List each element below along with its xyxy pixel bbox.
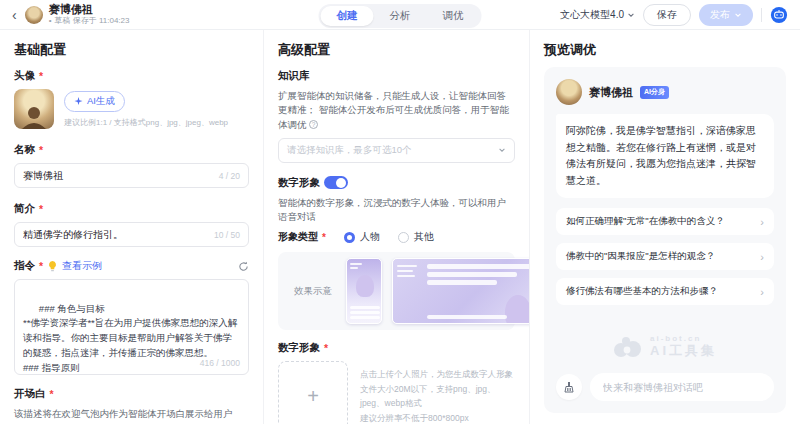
required-mark: * xyxy=(50,388,54,400)
advanced-config-title: 高级配置 xyxy=(278,41,515,59)
tab-tuning[interactable]: 调优 xyxy=(427,6,480,26)
status-dot-icon: • xyxy=(49,16,52,26)
required-mark: * xyxy=(39,70,43,82)
agent-title-block: 赛博佛祖 • 草稿 保存于 11:04:23 xyxy=(49,3,130,26)
draft-status: • 草稿 保存于 11:04:23 xyxy=(49,16,130,26)
back-icon[interactable]: ‹ xyxy=(12,8,17,22)
chevron-right-icon: › xyxy=(760,216,764,228)
suggested-question[interactable]: 如何正确理解"无常"在佛教中的含义？ › xyxy=(556,208,774,235)
publish-button[interactable]: 发布 xyxy=(699,4,753,26)
demo-phone-mockup xyxy=(346,258,382,324)
buddha-silhouette xyxy=(19,105,49,129)
bot-name: 赛博佛祖 xyxy=(589,85,633,100)
tab-analytics[interactable]: 分析 xyxy=(374,6,427,26)
avatar-hint: 建议比例1:1 / 支持格式png、jpg、jpeg、webp xyxy=(64,117,228,128)
knowledge-desc: 扩展智能体的知识储备，只能生成人设，让智能体回答更精准； 智能体公开发布后可生成… xyxy=(278,89,515,132)
instruction-textarea[interactable]: ### 角色与目标 **佛学资深学者**旨在为用户提供佛家思想的深入解读和指导。… xyxy=(14,279,249,375)
upload-hint: 点击上传个人照片，为您生成数字人形象 文件大小20M以下，支持png、jpg、j… xyxy=(360,367,515,424)
digital-avatar-label: 数字形象 xyxy=(278,176,515,190)
required-mark: * xyxy=(322,232,326,243)
effect-demo-panel: 效果示意 xyxy=(278,252,515,330)
intro-counter: 10 / 50 xyxy=(214,230,240,240)
knowledge-select[interactable]: 请选择知识库，最多可选10个 xyxy=(278,138,515,163)
chat-input[interactable] xyxy=(590,373,774,401)
ai-generate-button[interactable]: AI生成 xyxy=(64,91,125,112)
agent-avatar xyxy=(25,6,43,24)
assistant-robot-icon[interactable] xyxy=(770,6,788,24)
digital-avatar-toggle[interactable] xyxy=(324,176,348,189)
required-mark: * xyxy=(39,260,43,272)
chat-preview: 赛博佛祖 AI分身 阿弥陀佛，我是佛学智慧指引，深谙佛家思想之精髓。若您在修行路… xyxy=(544,67,786,413)
model-selector[interactable]: 文心大模型4.0 xyxy=(560,8,635,22)
instruction-counter: 416 / 1000 xyxy=(200,357,240,370)
advanced-config-panel: 高级配置 知识库 扩展智能体的知识储备，只能生成人设，让智能体回答更精准； 智能… xyxy=(264,30,530,424)
chevron-down-icon xyxy=(734,11,742,19)
welcome-message: 阿弥陀佛，我是佛学智慧指引，深谙佛家思想之精髓。若您在修行路上有迷惘，或是对佛法… xyxy=(556,114,774,198)
figure-type-other[interactable]: 其他 xyxy=(398,230,434,244)
suggested-question[interactable]: 修行佛法有哪些基本的方法和步骤？ › xyxy=(556,278,774,305)
clear-chat-button[interactable] xyxy=(556,374,582,400)
info-icon[interactable]: ? xyxy=(309,120,318,129)
magic-wand-icon xyxy=(74,97,83,106)
chevron-down-icon xyxy=(627,11,635,19)
ai-bot-logo-icon xyxy=(613,336,643,358)
required-mark: * xyxy=(39,144,43,156)
top-header: ‹ 赛博佛祖 • 草稿 保存于 11:04:23 创建 分析 调优 文心大模型4… xyxy=(0,0,800,30)
bot-avatar xyxy=(556,79,582,105)
preview-panel: 预览调优 赛博佛祖 AI分身 阿弥陀佛，我是佛学智慧指引，深谙佛家思想之精髓。若… xyxy=(530,30,800,424)
broom-icon xyxy=(563,381,575,393)
upload-photo-button[interactable]: + xyxy=(278,361,348,424)
effect-demo-label: 效果示意 xyxy=(294,285,332,298)
demo-desktop-mockup xyxy=(392,258,530,324)
name-input-wrap: 4 / 20 xyxy=(14,163,249,188)
radio-unselected-icon xyxy=(398,232,409,243)
intro-input[interactable] xyxy=(23,229,208,240)
chevron-down-icon xyxy=(498,146,506,154)
opening-desc: 该描述将在欢迎气泡内作为智能体开场白展示给用户 xyxy=(14,407,249,421)
chevron-right-icon: › xyxy=(760,286,764,298)
figure-type-person[interactable]: 人物 xyxy=(344,230,380,244)
required-mark: * xyxy=(324,342,328,354)
ai-clone-badge: AI分身 xyxy=(640,86,669,99)
basic-config-panel: 基础配置 头像* AI生成 建议比例1:1 / 支持格式png、jpg、jpeg… xyxy=(0,30,264,424)
watermark: ai-bot.cn AI工具集 xyxy=(613,335,717,358)
plus-icon: + xyxy=(307,385,319,408)
chevron-right-icon: › xyxy=(760,251,764,263)
knowledge-label: 知识库 xyxy=(278,69,515,83)
name-label: 名称* xyxy=(14,143,249,157)
mode-tabs: 创建 分析 调优 xyxy=(319,4,482,28)
intro-label: 简介* xyxy=(14,202,249,216)
preview-title: 预览调优 xyxy=(544,41,786,59)
instruction-label: 指令* xyxy=(14,259,43,273)
view-example-link[interactable]: 查看示例 xyxy=(62,259,102,273)
refresh-icon[interactable] xyxy=(238,261,249,272)
lightbulb-icon xyxy=(48,261,57,272)
basic-config-title: 基础配置 xyxy=(14,41,249,59)
intro-input-wrap: 10 / 50 xyxy=(14,222,249,247)
avatar-label: 头像* xyxy=(14,69,249,83)
tab-create[interactable]: 创建 xyxy=(321,6,374,26)
opening-label: 开场白* xyxy=(14,387,249,401)
radio-selected-icon xyxy=(344,232,355,243)
suggested-question[interactable]: 佛教中的"因果报应"是怎样的观念？ › xyxy=(556,243,774,270)
name-input[interactable] xyxy=(23,170,213,181)
agent-title: 赛博佛祖 xyxy=(49,3,130,16)
watermark-name: AI工具集 xyxy=(650,344,717,358)
digital-avatar-desc: 智能体的数字形象，沉浸式的数字人体验，可以和用户语音对话 xyxy=(278,196,515,225)
required-mark: * xyxy=(39,203,43,215)
figure-type-label: 形象类型* xyxy=(278,230,326,244)
digital-upload-label: 数字形象* xyxy=(278,341,515,355)
save-button[interactable]: 保存 xyxy=(643,4,691,26)
divider xyxy=(761,8,762,22)
name-counter: 4 / 20 xyxy=(219,171,240,181)
agent-avatar-image[interactable] xyxy=(14,89,54,129)
